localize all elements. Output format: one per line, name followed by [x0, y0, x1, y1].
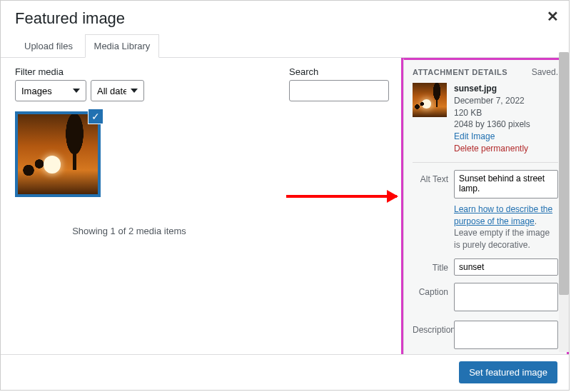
- search-label: Search: [289, 66, 389, 77]
- file-dimensions: 2048 by 1360 pixels: [454, 119, 530, 131]
- search-input[interactable]: [289, 80, 389, 101]
- attachment-settings: Alt Text Sunset behind a street lamp. Le…: [413, 170, 558, 351]
- tab-media-library[interactable]: Media Library: [85, 34, 160, 58]
- file-date: December 7, 2022: [454, 95, 530, 107]
- file-info: sunset.jpg December 7, 2022 120 KB 2048 …: [454, 83, 530, 155]
- filter-dates-select[interactable]: All dates: [91, 80, 144, 101]
- file-details: sunset.jpg December 7, 2022 120 KB 2048 …: [413, 83, 558, 163]
- annotation-arrow: [286, 195, 397, 198]
- filename: sunset.jpg: [454, 83, 530, 95]
- filter-media-label: Filter media: [15, 66, 144, 77]
- attachment-thumbnail[interactable]: ✓: [15, 111, 101, 197]
- set-featured-image-button[interactable]: Set featured image: [459, 361, 557, 383]
- modal-title: Featured image: [15, 9, 555, 28]
- caption-label: Caption: [413, 283, 454, 297]
- check-icon[interactable]: ✓: [88, 109, 103, 124]
- attachment-details-panel: ATTACHMENT DETAILS Saved. sunset.jpg Dec…: [403, 58, 569, 365]
- filter-media-group: Filter media Images All dates: [15, 66, 144, 101]
- scrollbar-thumb[interactable]: [559, 52, 569, 295]
- media-browser: Filter media Images All dates Search: [1, 58, 403, 365]
- title-label: Title: [413, 258, 454, 273]
- title-input[interactable]: [454, 258, 558, 276]
- alt-text-input[interactable]: Sunset behind a street lamp.: [454, 170, 558, 198]
- alt-text-label: Alt Text: [413, 170, 454, 184]
- results-status: Showing 1 of 2 media items: [15, 226, 243, 236]
- delete-link[interactable]: Delete permanently: [454, 143, 530, 155]
- caption-input[interactable]: [454, 283, 558, 311]
- filter-bar: Filter media Images All dates Search: [15, 66, 389, 101]
- edit-image-link[interactable]: Edit Image: [454, 131, 530, 143]
- scrollbar[interactable]: [559, 52, 569, 352]
- modal-header: Featured image: [1, 1, 569, 28]
- thumbnail-image: [18, 114, 98, 194]
- file-size: 120 KB: [454, 107, 530, 119]
- featured-image-modal: Featured image ✕ Upload files Media Libr…: [0, 0, 570, 391]
- saved-status: Saved.: [532, 67, 558, 77]
- search-group: Search: [289, 66, 389, 101]
- media-tabs: Upload files Media Library: [1, 34, 569, 58]
- attachments-grid: ✓: [15, 111, 389, 197]
- alt-help-text: Learn how to describe the purpose of the…: [454, 203, 558, 251]
- description-label: Description: [413, 321, 454, 335]
- modal-footer: Set featured image: [1, 354, 569, 390]
- close-icon[interactable]: ✕: [547, 8, 559, 25]
- panel-title: ATTACHMENT DETAILS: [413, 68, 507, 76]
- alt-help-link[interactable]: Learn how to describe the purpose of the…: [454, 204, 552, 226]
- modal-content: Filter media Images All dates Search: [1, 58, 569, 365]
- details-thumbnail: [413, 83, 447, 117]
- filter-media-select[interactable]: Images: [15, 80, 86, 101]
- tab-upload-files[interactable]: Upload files: [15, 34, 82, 57]
- description-input[interactable]: [454, 321, 558, 349]
